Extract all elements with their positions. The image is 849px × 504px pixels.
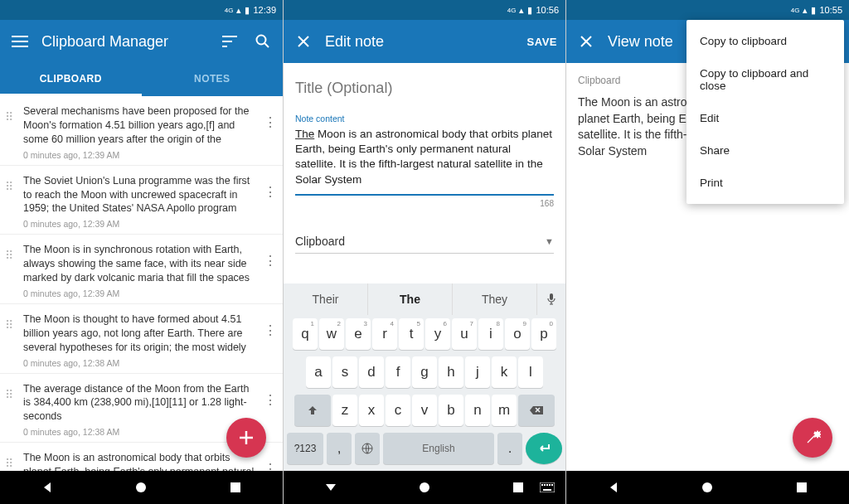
- key-t[interactable]: t5: [399, 318, 424, 350]
- status-bar: 4G ▴ ▮ 10:56: [284, 0, 565, 20]
- sort-icon[interactable]: [218, 30, 241, 53]
- item-text: Several mechanisms have been proposed fo…: [23, 104, 258, 147]
- key-o[interactable]: o9: [505, 318, 530, 350]
- nav-keyboard-icon[interactable]: [536, 476, 559, 499]
- more-icon[interactable]: ⋮: [263, 313, 278, 338]
- key-d[interactable]: d: [359, 356, 384, 388]
- note-content-input[interactable]: The Moon is an astronomical body that or…: [295, 124, 554, 196]
- key-q[interactable]: q1: [293, 318, 318, 350]
- svg-rect-10: [546, 484, 548, 486]
- key-backspace[interactable]: [518, 395, 555, 426]
- more-icon[interactable]: ⋮: [263, 451, 278, 471]
- key-comma[interactable]: ,: [327, 433, 352, 464]
- suggestion-3[interactable]: They: [453, 284, 537, 315]
- key-e[interactable]: e3: [346, 318, 371, 350]
- tab-clipboard[interactable]: CLIPBOARD: [0, 63, 142, 96]
- key-period[interactable]: .: [497, 433, 522, 464]
- status-time: 10:56: [536, 5, 559, 15]
- nav-home-icon[interactable]: [413, 476, 436, 499]
- drag-handle-icon[interactable]: ⠿: [5, 313, 18, 331]
- suggestion-1[interactable]: Their: [284, 284, 368, 315]
- more-icon[interactable]: ⋮: [263, 174, 278, 200]
- key-g[interactable]: g: [412, 356, 437, 388]
- key-p[interactable]: p0: [531, 318, 556, 350]
- key-z[interactable]: z: [332, 395, 357, 426]
- nav-home-icon[interactable]: [696, 476, 719, 499]
- item-meta: 0 minutes ago, 12:39 AM: [23, 219, 258, 229]
- menu-copy[interactable]: Copy to clipboard: [686, 25, 844, 57]
- status-bar: 4G ▴ ▮ 10:55: [566, 0, 849, 20]
- key-n[interactable]: n: [465, 395, 490, 426]
- key-r[interactable]: r4: [372, 318, 397, 350]
- key-f[interactable]: f: [386, 356, 410, 388]
- key-y[interactable]: y6: [425, 318, 450, 350]
- key-a[interactable]: a: [306, 356, 331, 388]
- list-item[interactable]: ⠿The Soviet Union's Luna programme was t…: [0, 166, 283, 235]
- list-item[interactable]: ⠿Several mechanisms have been proposed f…: [0, 96, 283, 166]
- item-text: The average distance of the Moon from th…: [23, 382, 258, 424]
- suggestion-2[interactable]: The: [368, 284, 453, 315]
- nav-back-icon[interactable]: [36, 476, 59, 499]
- drag-handle-icon[interactable]: ⠿: [5, 174, 18, 192]
- fab-add[interactable]: [226, 418, 266, 458]
- key-globe[interactable]: [355, 433, 380, 464]
- key-h[interactable]: h: [439, 356, 463, 388]
- menu-share[interactable]: Share: [686, 134, 844, 167]
- item-text: The Soviet Union's Luna programme was th…: [23, 174, 258, 216]
- signal-4g-icon: 4G: [225, 7, 234, 14]
- nav-recent-icon[interactable]: [790, 476, 813, 499]
- item-text: The Moon is in synchronous rotation with…: [23, 243, 258, 285]
- menu-print[interactable]: Print: [686, 167, 844, 199]
- svg-rect-15: [797, 482, 807, 492]
- key-v[interactable]: v: [412, 395, 437, 426]
- key-x[interactable]: x: [359, 395, 384, 426]
- key-space[interactable]: English: [383, 433, 494, 464]
- menu-copy-close[interactable]: Copy to clipboard and close: [686, 57, 844, 102]
- key-w[interactable]: w2: [319, 318, 344, 350]
- key-s[interactable]: s: [332, 356, 357, 388]
- battery-icon: ▮: [527, 5, 532, 16]
- mic-icon[interactable]: [537, 284, 565, 315]
- close-icon[interactable]: [575, 30, 598, 53]
- drag-handle-icon[interactable]: ⠿: [5, 104, 18, 123]
- key-c[interactable]: c: [386, 395, 410, 426]
- key-u[interactable]: u7: [452, 318, 477, 350]
- fab-magic[interactable]: [793, 418, 832, 458]
- nav-back-icon[interactable]: [602, 476, 625, 499]
- category-dropdown[interactable]: Clipboard ▼: [295, 230, 554, 254]
- nav-recent-icon[interactable]: [224, 476, 247, 499]
- key-b[interactable]: b: [439, 395, 463, 426]
- svg-rect-6: [513, 482, 523, 492]
- list-item[interactable]: ⠿The Moon is thought to have formed abou…: [0, 304, 283, 374]
- key-i[interactable]: i8: [478, 318, 503, 350]
- menu-edit[interactable]: Edit: [686, 102, 844, 134]
- item-text: The Moon is thought to have formed about…: [23, 313, 258, 355]
- drag-handle-icon[interactable]: ⠿: [5, 451, 18, 469]
- item-meta: 0 minutes ago, 12:38 AM: [23, 427, 258, 437]
- nav-back-icon[interactable]: [319, 476, 342, 499]
- key-enter[interactable]: [526, 433, 562, 464]
- save-button[interactable]: SAVE: [527, 36, 557, 48]
- nav-home-icon[interactable]: [129, 476, 153, 499]
- key-symbols[interactable]: ?123: [287, 433, 323, 464]
- drag-handle-icon[interactable]: ⠿: [5, 243, 18, 261]
- list-item[interactable]: ⠿The Moon is in synchronous rotation wit…: [0, 235, 283, 304]
- title-input[interactable]: [295, 75, 554, 102]
- more-icon[interactable]: ⋮: [263, 104, 278, 130]
- tab-notes[interactable]: NOTES: [142, 63, 284, 96]
- key-l[interactable]: l: [518, 356, 543, 388]
- key-shift[interactable]: [294, 395, 331, 426]
- hamburger-icon[interactable]: [8, 30, 32, 53]
- search-icon[interactable]: [251, 30, 274, 53]
- key-m[interactable]: m: [492, 395, 517, 426]
- item-meta: 0 minutes ago, 12:39 AM: [23, 150, 258, 160]
- clip-list[interactable]: ⠿Several mechanisms have been proposed f…: [0, 96, 283, 471]
- close-icon[interactable]: [292, 30, 315, 53]
- drag-handle-icon[interactable]: ⠿: [5, 382, 18, 400]
- key-j[interactable]: j: [465, 356, 490, 388]
- svg-point-5: [420, 482, 429, 492]
- more-icon[interactable]: ⋮: [263, 243, 278, 269]
- key-k[interactable]: k: [492, 356, 517, 388]
- more-icon[interactable]: ⋮: [263, 382, 278, 408]
- nav-recent-icon[interactable]: [507, 476, 530, 499]
